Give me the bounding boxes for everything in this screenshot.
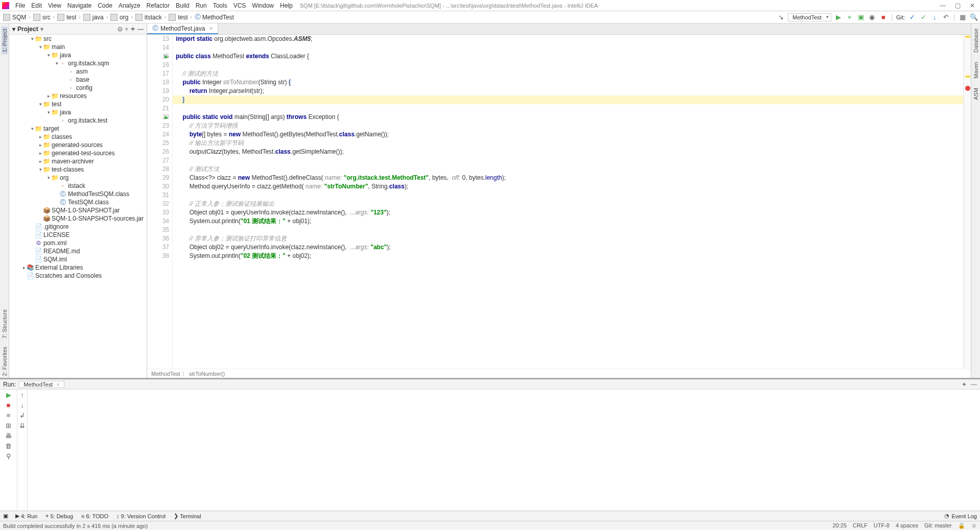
show-tool-windows-icon[interactable]: ▣ — [3, 513, 8, 519]
inspection-icon[interactable]: ☺ — [971, 522, 977, 529]
locate-icon[interactable]: ⊙ — [118, 26, 123, 33]
line-number[interactable]: 22 — [147, 113, 169, 122]
code-line[interactable]: Method queryUserInfo = clazz.getMethod( … — [173, 182, 963, 191]
code-line[interactable] — [173, 43, 963, 52]
code-line[interactable]: Class<?> clazz = new MethodTest().define… — [173, 174, 963, 182]
tree-item-java[interactable]: ▾📁java — [9, 51, 147, 59]
debug-icon[interactable]: ⌖ — [846, 13, 854, 21]
line-number[interactable]: 16 — [147, 61, 169, 69]
tree-toggle-icon[interactable]: ▾ — [38, 167, 43, 172]
vcs-history-icon[interactable]: ↓ — [930, 13, 939, 21]
bottom-tab-9-version-control[interactable]: ↕9: Version Control — [112, 513, 170, 519]
line-number[interactable]: 30 — [147, 182, 169, 191]
close-icon[interactable]: ✕ — [970, 2, 975, 9]
line-number[interactable]: 29 — [147, 174, 169, 182]
breadcrumb-item-java[interactable]: java — [82, 14, 105, 21]
code-line[interactable]: // 方法字节码增强 — [173, 122, 963, 130]
code-line[interactable]: return Integer.parseInt(str); — [173, 87, 963, 95]
breadcrumb-item-org[interactable]: org — [109, 14, 129, 21]
stop-icon[interactable]: ■ — [879, 13, 888, 21]
vcs-commit-icon[interactable]: ✓ — [919, 13, 927, 21]
tree-item-target[interactable]: ▾📁target — [9, 125, 147, 133]
code-line[interactable]: // 测试方法 — [173, 165, 963, 174]
favorites-tool-button[interactable]: 2: Favorites — [2, 345, 8, 378]
line-number[interactable]: 28 — [147, 165, 169, 174]
tree-toggle-icon[interactable]: ▸ — [38, 142, 43, 148]
tree-item-pom-xml[interactable]: ⚙pom.xml — [9, 239, 147, 247]
menu-view[interactable]: View — [45, 2, 64, 9]
filter-icon[interactable]: ÷ — [125, 26, 128, 33]
project-tree[interactable]: ▾📁src▾📁main▾📁java▾▫org.itstack.sqm▫asm▫b… — [9, 35, 147, 378]
tree-item-sqm-1-0-snapshot-sources-jar[interactable]: 📦SQM-1.0-SNAPSHOT-sources.jar — [9, 214, 147, 223]
tree-item-org-itstack-test[interactable]: ▫org.itstack.test — [9, 116, 147, 125]
tree-toggle-icon[interactable]: ▾ — [38, 44, 43, 50]
line-number[interactable]: 19 — [147, 87, 169, 95]
minimize-panel-icon[interactable]: — — [971, 381, 977, 388]
tree-item-license[interactable]: 📄LICENSE — [9, 231, 147, 239]
wrap-icon[interactable]: ↲ — [17, 410, 27, 420]
git-branch[interactable]: Git: master — [924, 522, 952, 529]
tree-item-java[interactable]: ▾📁java — [9, 108, 147, 116]
run-toolbar-nav[interactable]: ↑ ↓ ↲ ⇊ — [17, 390, 28, 511]
settings-icon[interactable]: ✦ — [130, 26, 135, 33]
project-tool-button[interactable]: 1: Project — [2, 27, 8, 54]
line-number[interactable]: 37 — [147, 243, 169, 252]
run-toolbar-left[interactable]: ▶ ■ ≡ ⊞ 🖶 🗑 ⚲ — [0, 390, 17, 511]
tree-item-test-classes[interactable]: ▾📁test-classes — [9, 165, 147, 174]
structure-tool-button[interactable]: 7: Structure — [2, 307, 8, 341]
line-number[interactable]: 27 — [147, 156, 169, 165]
menu-run[interactable]: Run — [193, 2, 210, 9]
database-tool-button[interactable]: Database — [973, 27, 979, 55]
line-number[interactable]: 32 — [147, 200, 169, 208]
minimize-icon[interactable]: — — [940, 2, 946, 9]
dump-icon[interactable]: ≡ — [0, 410, 17, 420]
coverage-icon[interactable]: ▣ — [857, 13, 865, 21]
maven-tool-button[interactable]: Maven — [973, 60, 979, 81]
tree-item-generated-sources[interactable]: ▸📁generated-sources — [9, 141, 147, 149]
vcs-revert-icon[interactable]: ↶ — [942, 13, 950, 21]
bottom-tool-stripe[interactable]: ▣ ▶4: Run⌖5: Debug≡6: TODO↕9: Version Co… — [0, 511, 980, 521]
breadcrumb-item-test[interactable]: test — [168, 14, 189, 21]
tree-toggle-icon[interactable]: ▾ — [46, 53, 51, 58]
tree-item-itstack[interactable]: ▫itstack — [9, 182, 147, 190]
breadcrumb-item-src[interactable]: src — [32, 14, 52, 21]
line-number[interactable]: 35 — [147, 226, 169, 234]
tree-item-src[interactable]: ▾📁src — [9, 35, 147, 43]
code-line[interactable]: // 正常入参；测试验证结果输出 — [173, 200, 963, 208]
print-icon[interactable]: 🖶 — [0, 430, 17, 441]
event-log-icon[interactable]: ◔ — [944, 513, 949, 519]
tree-item-org-itstack-sqm[interactable]: ▾▫org.itstack.sqm — [9, 59, 147, 67]
breadcrumb[interactable]: SQM›src›test›java›org›itstack›test›ⒸMeth… — [2, 13, 235, 21]
bottom-tab-4-run[interactable]: ▶4: Run — [11, 513, 41, 519]
run-icon[interactable]: ▶ — [834, 13, 843, 21]
layout-icon[interactable]: ⊞ — [0, 420, 17, 430]
collapse-icon[interactable]: ▾ — [12, 26, 15, 33]
editor-tab-methodtest[interactable]: Ⓒ MethodTest.java × — [147, 23, 218, 34]
code-line[interactable]: // 输出方法新字节码 — [173, 139, 963, 148]
code-line[interactable]: public Integer strToNumber(String str) { — [173, 78, 963, 87]
menu-build[interactable]: Build — [173, 2, 193, 9]
tree-toggle-icon[interactable]: ▾ — [54, 61, 59, 66]
tree-item-generated-test-sources[interactable]: ▸📁generated-test-sources — [9, 149, 147, 157]
tree-item-methodtestsqm-class[interactable]: ⒸMethodTestSQM.class — [9, 190, 147, 198]
gear-icon[interactable]: ✦ — [962, 381, 967, 388]
file-encoding[interactable]: UTF-8 — [874, 522, 890, 529]
line-number[interactable]: 31 — [147, 191, 169, 200]
run-panel-header[interactable]: Run: MethodTest × ✦ — — [0, 379, 980, 390]
code-line[interactable] — [173, 104, 963, 113]
line-number[interactable]: 38 — [147, 252, 169, 260]
tree-toggle-icon[interactable]: ▸ — [38, 151, 43, 156]
lock-icon[interactable]: 🔒 — [958, 522, 965, 529]
search-icon[interactable]: 🔍 — [970, 13, 978, 21]
tree-item-external-libraries[interactable]: ▸📚External Libraries — [9, 263, 147, 272]
code-area[interactable]: import static org.objectweb.asm.Opcodes.… — [173, 35, 964, 369]
tree-item-test[interactable]: ▾📁test — [9, 100, 147, 108]
editor-breadcrumb[interactable]: MethodTest 〉 strToNumber() — [147, 369, 971, 378]
breadcrumb-item-test[interactable]: test — [56, 14, 77, 21]
tree-toggle-icon[interactable]: ▾ — [30, 36, 35, 41]
tree-item-org[interactable]: ▾📁org — [9, 174, 147, 182]
vcs-update-icon[interactable]: ✓ — [908, 13, 916, 21]
menu-edit[interactable]: Edit — [28, 2, 45, 9]
scroll-icon[interactable]: ⇊ — [17, 420, 27, 430]
right-tool-stripe[interactable]: Database Maven ASM — [971, 23, 980, 378]
